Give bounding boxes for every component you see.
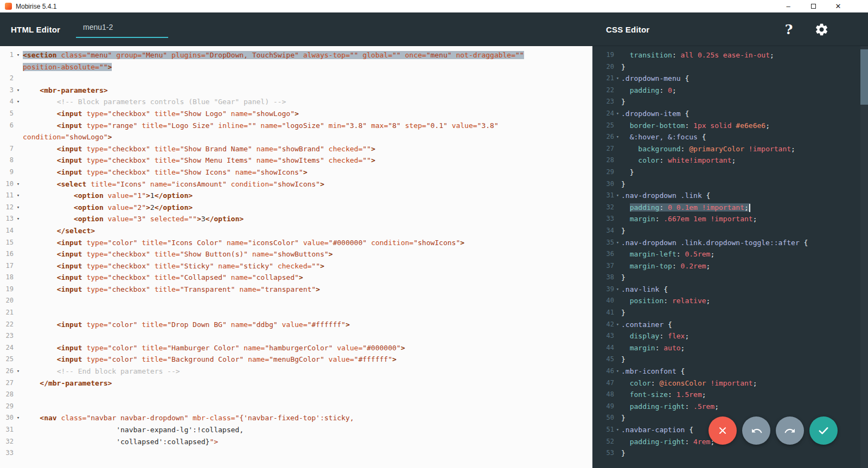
code-text[interactable]: } — [621, 354, 626, 366]
code-line[interactable]: 25 border-bottom: 1px solid #e6e6e6; — [592, 120, 868, 132]
code-line[interactable]: 36 margin-left: 0.5rem; — [592, 248, 868, 260]
code-text[interactable]: } — [621, 166, 634, 178]
code-line[interactable]: 33 — [0, 447, 592, 459]
code-line[interactable]: 29 } — [592, 166, 868, 178]
code-text[interactable]: </mbr-parameters> — [23, 377, 112, 389]
code-line[interactable]: 24▾.dropdown-item { — [592, 108, 868, 120]
fold-arrow-icon[interactable]: ▾ — [614, 319, 621, 331]
code-text[interactable]: <input type="color" title="Background Co… — [23, 354, 397, 366]
code-line[interactable]: condition="showLogo"> — [0, 131, 592, 143]
fold-arrow-icon[interactable]: ▾ — [14, 178, 23, 190]
code-text[interactable]: <input type="color" title="Icons Color" … — [23, 237, 464, 249]
code-line[interactable]: 20 — [0, 295, 592, 307]
code-text[interactable]: } — [621, 412, 626, 424]
fold-arrow-icon[interactable]: ▾ — [14, 213, 23, 225]
code-line[interactable]: 25 <input type="color" title="Background… — [0, 354, 592, 366]
code-text[interactable]: position-absolute=""> — [23, 61, 112, 73]
scrollbar-track[interactable] — [860, 46, 868, 468]
code-text[interactable]: } — [621, 307, 626, 319]
code-line[interactable]: 53} — [592, 447, 868, 459]
code-text[interactable]: <input type="checkbox" title="Show Brand… — [23, 143, 375, 155]
code-line[interactable]: 26▾ <!-- End block parameters --> — [0, 366, 592, 377]
code-line[interactable]: 30} — [592, 178, 868, 190]
code-line[interactable]: 23} — [592, 96, 868, 108]
code-line[interactable]: 20} — [592, 61, 868, 73]
minimize-button[interactable]: – — [776, 0, 801, 12]
code-line[interactable]: 27 background: @primaryColor !important; — [592, 143, 868, 155]
code-line[interactable]: 40 position: relative; — [592, 295, 868, 307]
fold-arrow-icon[interactable]: ▾ — [614, 366, 621, 377]
code-line[interactable]: 12▾ <option value="2">2</option> — [0, 202, 592, 214]
code-text[interactable]: <option value="1">1</option> — [23, 190, 193, 202]
code-text[interactable]: position: relative; — [621, 295, 710, 307]
code-line[interactable]: 21 — [0, 307, 592, 319]
code-text[interactable]: .dropdown-item { — [621, 108, 689, 120]
code-text[interactable]: <input type="checkbox" title="Show Butto… — [23, 248, 333, 260]
discard-button[interactable] — [709, 416, 737, 445]
code-text[interactable]: border-bottom: 1px solid #e6e6e6; — [621, 120, 770, 132]
code-line[interactable]: 18 <input type="checkbox" title="Collaps… — [0, 272, 592, 284]
code-text[interactable]: font-size: 1.5rem; — [621, 389, 706, 401]
code-text[interactable]: <select title="Icons" name="iconsAmount"… — [23, 178, 324, 190]
code-line[interactable]: 38} — [592, 272, 868, 284]
code-line[interactable]: 22 padding: 0; — [592, 85, 868, 97]
code-text[interactable]: &:hover, &:focus { — [621, 131, 706, 143]
fold-arrow-icon[interactable]: ▾ — [614, 73, 621, 85]
code-text[interactable]: <input type="checkbox" title="Show Menu … — [23, 155, 375, 166]
code-text[interactable]: <section class="menu" group="Menu" plugi… — [23, 49, 524, 61]
code-line[interactable]: 28 color: white!important; — [592, 155, 868, 166]
code-text[interactable]: <input type="checkbox" title="Show Icons… — [23, 166, 307, 178]
code-line[interactable]: 32 'collapsed':collapsed}"> — [0, 436, 592, 448]
code-text[interactable]: 'collapsed':collapsed}"> — [23, 436, 218, 448]
code-line[interactable]: 1▾<section class="menu" group="Menu" plu… — [0, 49, 592, 61]
code-line[interactable]: 11▾ <option value="1">1</option> — [0, 190, 592, 202]
code-text[interactable]: } — [621, 225, 626, 237]
css-editor-pane[interactable]: 19 transition: all 0.25s ease-in-out;20}… — [592, 46, 868, 468]
fold-arrow-icon[interactable]: ▾ — [614, 131, 621, 143]
code-line[interactable]: 13▾ <option value="3" selected="">3</opt… — [0, 213, 592, 225]
code-line[interactable]: 26▾ &:hover, &:focus { — [592, 131, 868, 143]
code-text[interactable]: <input type="checkbox" title="Transparen… — [23, 284, 320, 296]
code-line[interactable]: 19 <input type="checkbox" title="Transpa… — [0, 284, 592, 296]
code-line[interactable]: 3▾ <mbr-parameters> — [0, 85, 592, 97]
code-line[interactable]: 16 <input type="checkbox" title="Show Bu… — [0, 248, 592, 260]
code-text[interactable]: } — [621, 178, 626, 190]
code-text[interactable]: } — [621, 96, 626, 108]
code-line[interactable]: 15 <input type="color" title="Icons Colo… — [0, 237, 592, 249]
code-text[interactable]: <input type="color" title="Drop Down BG"… — [23, 319, 350, 331]
code-line[interactable]: 9 <input type="checkbox" title="Show Ico… — [0, 166, 592, 178]
code-line[interactable]: 7 <input type="checkbox" title="Show Bra… — [0, 143, 592, 155]
code-line[interactable]: 49 padding-right: .5rem; — [592, 401, 868, 413]
code-text[interactable]: } — [621, 61, 626, 73]
code-line[interactable]: 14 </select> — [0, 225, 592, 237]
code-text[interactable]: <input type="checkbox" title="Sticky" na… — [23, 260, 324, 272]
fold-arrow-icon[interactable]: ▾ — [14, 85, 23, 97]
code-text[interactable]: margin-top: 0.2rem; — [621, 260, 710, 272]
fold-arrow-icon[interactable]: ▾ — [14, 412, 23, 424]
code-text[interactable]: .nav-link { — [621, 284, 668, 296]
file-tab[interactable]: menu1-2 — [76, 17, 168, 38]
code-line[interactable]: 43 display: flex; — [592, 330, 868, 342]
code-line[interactable]: position-absolute=""> — [0, 61, 592, 73]
apply-button[interactable] — [809, 416, 838, 445]
fold-arrow-icon[interactable]: ▾ — [14, 190, 23, 202]
code-text[interactable]: } — [621, 272, 626, 284]
code-text[interactable]: margin: auto; — [621, 342, 685, 354]
code-line[interactable]: 31▾.nav-dropdown .link { — [592, 190, 868, 202]
maximize-button[interactable] — [801, 0, 826, 12]
code-line[interactable]: 48 font-size: 1.5rem; — [592, 389, 868, 401]
code-text[interactable]: <nav class="navbar navbar-dropdown" mbr-… — [23, 412, 354, 424]
code-line[interactable]: 44 margin: auto; — [592, 342, 868, 354]
code-text[interactable]: <input type="checkbox" title="Show Logo"… — [23, 108, 299, 120]
code-line[interactable]: 5 <input type="checkbox" title="Show Log… — [0, 108, 592, 120]
code-text[interactable]: margin: .667em 1em !important; — [621, 213, 757, 225]
code-text[interactable]: color: white!important; — [621, 155, 736, 166]
code-text[interactable]: <input type="color" title="Hamburger Col… — [23, 342, 405, 354]
code-line[interactable]: 22 <input type="color" title="Drop Down … — [0, 319, 592, 331]
help-button[interactable]: ? — [780, 12, 797, 46]
code-line[interactable]: 42▾.container { — [592, 319, 868, 331]
code-text[interactable]: <option value="3" selected="">3</option> — [23, 213, 244, 225]
code-text[interactable]: display: flex; — [621, 330, 689, 342]
code-text[interactable]: } — [621, 447, 626, 459]
code-line[interactable]: 33 margin: .667em 1em !important; — [592, 213, 868, 225]
